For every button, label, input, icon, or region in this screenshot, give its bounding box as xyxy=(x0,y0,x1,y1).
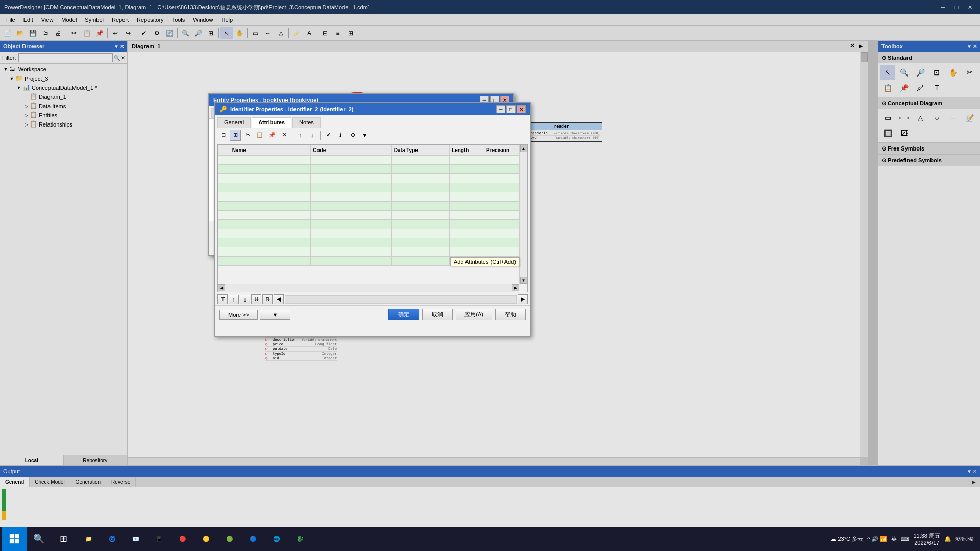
attr-row-3[interactable] xyxy=(218,174,519,183)
cell-11-4[interactable] xyxy=(450,247,484,257)
cell-10-4[interactable] xyxy=(450,238,484,247)
dtb-down[interactable]: ↓ xyxy=(307,130,318,141)
cell-5-1[interactable] xyxy=(230,192,311,202)
cell-11-1[interactable] xyxy=(230,247,311,257)
app6[interactable]: 🟡 xyxy=(195,528,217,550)
attr-row-11[interactable] xyxy=(218,247,519,257)
cell-1-4[interactable] xyxy=(450,156,484,165)
language-indicator[interactable]: 英 xyxy=(891,535,897,543)
cell-3-2[interactable] xyxy=(311,174,392,183)
cell-6-4[interactable] xyxy=(450,202,484,211)
attr-row-10[interactable] xyxy=(218,238,519,247)
row-move-top[interactable]: ⇈ xyxy=(217,294,228,304)
dtb-add-object[interactable]: ⊕ xyxy=(347,130,358,141)
cell-7-2[interactable] xyxy=(311,211,392,220)
cell-4-1[interactable] xyxy=(230,183,311,192)
cell-11-2[interactable] xyxy=(311,247,392,257)
dtb-up[interactable]: ↑ xyxy=(295,130,306,141)
cell-1-1[interactable] xyxy=(230,156,311,165)
row-move-bottom[interactable]: ⇊ xyxy=(251,294,261,304)
identifier-dialog-max-btn[interactable]: □ xyxy=(506,105,516,113)
identifier-tab-attributes[interactable]: Attributes xyxy=(252,117,291,128)
attr-row-2[interactable] xyxy=(218,165,519,174)
cell-4-2[interactable] xyxy=(311,183,392,192)
cancel-btn[interactable]: 取消 xyxy=(422,309,453,320)
app4[interactable]: 📱 xyxy=(148,528,170,550)
cell-8-3[interactable] xyxy=(391,220,449,229)
cell-2-2[interactable] xyxy=(311,165,392,174)
cell-3-3[interactable] xyxy=(391,174,449,183)
cell-2-3[interactable] xyxy=(391,165,449,174)
dtb-cut[interactable]: ✂ xyxy=(242,130,253,141)
cell-5-5[interactable] xyxy=(484,192,519,202)
cell-3-1[interactable] xyxy=(230,174,311,183)
app2[interactable]: 🌀 xyxy=(101,528,124,550)
identifier-dialog-min-btn[interactable]: ─ xyxy=(496,105,505,113)
help-btn[interactable]: 帮助 xyxy=(495,309,526,320)
cell-11-5[interactable] xyxy=(484,247,519,257)
notifications-button[interactable]: 🔔 xyxy=(944,536,951,542)
row-expand[interactable]: ◀ xyxy=(274,294,284,304)
grid-hscroll-left[interactable]: ◀ xyxy=(218,284,225,291)
dtb-props[interactable]: ℹ xyxy=(335,130,346,141)
dtb-insert[interactable]: ⊞ xyxy=(230,130,241,141)
cell-7-3[interactable] xyxy=(391,211,449,220)
taskbar-time[interactable]: 11:38 周五 2022/6/17 xyxy=(913,532,940,546)
cell-2-1[interactable] xyxy=(230,165,311,174)
cell-3-4[interactable] xyxy=(450,174,484,183)
attr-row-6[interactable] xyxy=(218,202,519,211)
dtb-check[interactable]: ✔ xyxy=(323,130,334,141)
cell-7-1[interactable] xyxy=(230,211,311,220)
attr-row-8[interactable] xyxy=(218,220,519,229)
cell-2-5[interactable] xyxy=(484,165,519,174)
dtb-paste[interactable]: 📌 xyxy=(266,130,278,141)
dtb-more[interactable]: ▼ xyxy=(359,130,371,141)
cell-6-3[interactable] xyxy=(391,202,449,211)
cell-8-1[interactable] xyxy=(230,220,311,229)
task-view-button[interactable]: ⊞ xyxy=(51,527,76,551)
cell-1-3[interactable] xyxy=(391,156,449,165)
cell-5-4[interactable] xyxy=(450,192,484,202)
dtb-table-select[interactable]: ⊟ xyxy=(217,130,229,141)
search-button[interactable]: 🔍 xyxy=(27,527,51,551)
cell-2-4[interactable] xyxy=(450,165,484,174)
identifier-tab-general[interactable]: General xyxy=(217,117,251,128)
settings-dropdown-btn[interactable]: ▼ xyxy=(260,310,290,320)
ok-btn[interactable]: 确定 xyxy=(388,309,419,320)
file-explorer-app[interactable]: 📁 xyxy=(78,528,100,550)
cell-10-5[interactable] xyxy=(484,238,519,247)
cell-10-3[interactable] xyxy=(391,238,449,247)
attr-row-9[interactable] xyxy=(218,229,519,238)
cell-7-4[interactable] xyxy=(450,211,484,220)
cell-5-3[interactable] xyxy=(391,192,449,202)
cell-4-3[interactable] xyxy=(391,183,449,192)
grid-vscroll[interactable]: ▲ ▼ xyxy=(519,145,527,284)
app7[interactable]: 🟢 xyxy=(218,528,241,550)
cell-8-5[interactable] xyxy=(484,220,519,229)
cell-10-2[interactable] xyxy=(311,238,392,247)
row-move-down[interactable]: ↓ xyxy=(240,295,250,304)
cell-8-4[interactable] xyxy=(450,220,484,229)
cell-9-5[interactable] xyxy=(484,229,519,238)
grid-hscroll[interactable]: ◀ ▶ xyxy=(218,284,519,292)
start-button[interactable] xyxy=(2,527,27,551)
cell-3-5[interactable] xyxy=(484,174,519,183)
app5[interactable]: 🔴 xyxy=(172,528,194,550)
app8[interactable]: 🔵 xyxy=(242,528,264,550)
cell-10-1[interactable] xyxy=(230,238,311,247)
cell-12-1[interactable] xyxy=(230,257,311,266)
apply-btn[interactable]: 应用(A) xyxy=(456,309,492,320)
cell-12-2[interactable] xyxy=(311,257,392,266)
grid-vscroll-up[interactable]: ▲ xyxy=(520,145,527,152)
cell-4-4[interactable] xyxy=(450,183,484,192)
identifier-dialog-title[interactable]: 🔑 Identifier Properties - Identifier_2 (… xyxy=(215,103,530,115)
cell-9-4[interactable] xyxy=(450,229,484,238)
edge-app[interactable]: 🌐 xyxy=(265,528,288,550)
cell-4-5[interactable] xyxy=(484,183,519,192)
cell-9-2[interactable] xyxy=(311,229,392,238)
identifier-tab-notes[interactable]: Notes xyxy=(292,117,321,128)
row-alpha-sort[interactable]: ⇅ xyxy=(262,294,273,304)
cell-8-2[interactable] xyxy=(311,220,392,229)
more-btn[interactable]: More >> xyxy=(219,310,258,320)
cell-12-3[interactable] xyxy=(391,257,449,266)
